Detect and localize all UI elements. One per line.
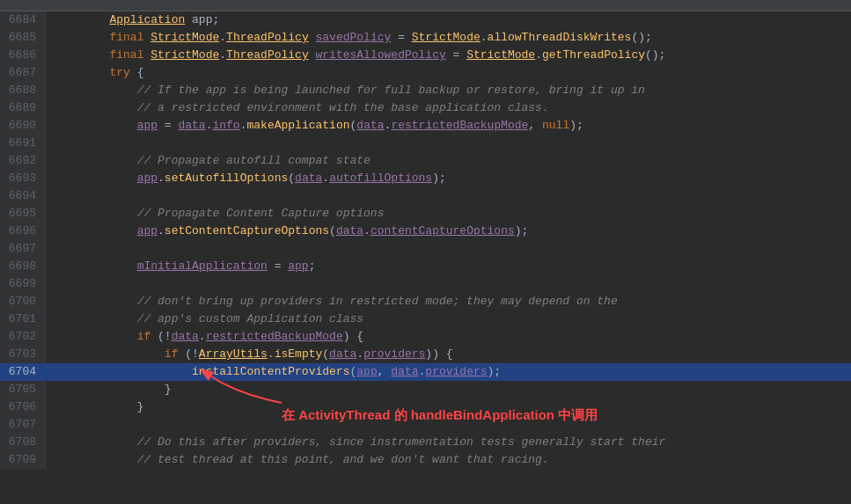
token: data xyxy=(329,347,356,361)
code-line: 6698 mInitialApplication = app; xyxy=(0,258,851,275)
line-content xyxy=(46,187,851,205)
token: (); xyxy=(631,31,651,44)
token: = xyxy=(391,31,411,44)
token: ) { xyxy=(343,330,363,343)
line-number: 6702 xyxy=(0,328,46,346)
line-content xyxy=(46,135,851,152)
token xyxy=(55,207,137,220)
token: final xyxy=(109,48,143,62)
code-line: 6708 // Do this after providers, since i… xyxy=(0,434,851,451)
line-content: mInitialApplication = app; xyxy=(46,258,851,275)
token: installContentProviders xyxy=(192,365,349,378)
line-number: 6706 xyxy=(0,398,46,416)
line-content: app.setContentCaptureOptions(data.conten… xyxy=(46,223,851,240)
code-container: 6684 Application app;6685 final StrictMo… xyxy=(0,11,851,489)
line-number: 6689 xyxy=(0,99,46,117)
code-line: 6689 // a restricted environment with th… xyxy=(0,99,851,117)
token: . xyxy=(240,119,247,132)
line-number: 6690 xyxy=(0,117,46,135)
line-content: // don't bring up providers in restricte… xyxy=(46,293,851,310)
code-line: 6704 installContentProviders(app, data.p… xyxy=(0,363,851,381)
token xyxy=(55,154,137,167)
token xyxy=(55,172,137,185)
token: app xyxy=(288,259,308,273)
line-content: app.setAutofillOptions(data.autofillOpti… xyxy=(46,170,851,187)
token: . xyxy=(322,172,329,185)
token: . xyxy=(219,48,226,62)
line-number: 6700 xyxy=(0,293,46,310)
line-number: 6695 xyxy=(0,205,46,223)
line-number: 6694 xyxy=(0,187,46,205)
code-line: 6703 if (!ArrayUtils.isEmpty(data.provid… xyxy=(0,346,851,363)
token: ( xyxy=(322,347,329,361)
token xyxy=(55,365,192,378)
line-number: 6708 xyxy=(0,434,46,451)
token: . xyxy=(481,31,488,44)
line-content: try { xyxy=(46,64,851,82)
code-line: 6691 xyxy=(0,135,851,152)
token: , xyxy=(528,119,542,132)
token: try xyxy=(109,66,129,79)
code-line: 6705 } xyxy=(0,381,851,398)
token xyxy=(55,13,109,26)
line-number: 6692 xyxy=(0,152,46,170)
token: ( xyxy=(329,224,336,237)
code-line: 6701 // app's custom Application class xyxy=(0,310,851,328)
token: ); xyxy=(488,365,502,378)
token: = xyxy=(268,259,288,273)
line-content xyxy=(46,240,851,258)
token: savedPolicy xyxy=(316,31,392,44)
line-content: if (!ArrayUtils.isEmpty(data.providers))… xyxy=(46,346,851,363)
token: info xyxy=(212,119,239,132)
code-line: 6684 Application app; xyxy=(0,11,851,29)
token: ( xyxy=(288,172,295,185)
token: ); xyxy=(515,224,529,237)
token: // don't bring up providers in restricte… xyxy=(137,295,618,308)
token: data xyxy=(391,365,418,378)
line-number: 6704 xyxy=(0,363,46,381)
token: app xyxy=(137,172,158,185)
token: } xyxy=(55,383,172,396)
line-content: // Propagate Content Capture options xyxy=(46,205,851,223)
token xyxy=(309,31,316,44)
token: = xyxy=(158,119,178,132)
line-number: 6699 xyxy=(0,275,46,293)
code-line: 6700 // don't bring up providers in rest… xyxy=(0,293,851,310)
token: . xyxy=(535,48,542,62)
token: { xyxy=(130,66,144,79)
token: ); xyxy=(569,119,583,132)
token: // test thread at this point, and we don… xyxy=(137,453,549,466)
code-line: 6702 if (!data.restrictedBackupMode) { xyxy=(0,328,851,346)
token: ThreadPolicy xyxy=(226,31,309,44)
token xyxy=(55,224,137,237)
token: )) { xyxy=(425,347,452,361)
line-number: 6685 xyxy=(0,29,46,47)
token xyxy=(55,66,109,79)
line-content: // a restricted environment with the bas… xyxy=(46,99,851,117)
token: (! xyxy=(178,347,198,361)
token: ; xyxy=(309,259,316,273)
line-number: 6703 xyxy=(0,346,46,363)
line-number: 6687 xyxy=(0,64,46,82)
token: . xyxy=(363,224,370,237)
code-line: 6696 app.setContentCaptureOptions(data.c… xyxy=(0,223,851,240)
token: makeApplication xyxy=(247,119,350,132)
line-number: 6698 xyxy=(0,258,46,275)
token: app xyxy=(356,365,377,378)
line-content: app = data.info.makeApplication(data.res… xyxy=(46,117,851,135)
token: contentCaptureOptions xyxy=(370,224,515,237)
code-line: 6694 xyxy=(0,187,851,205)
token: data xyxy=(356,119,384,132)
line-number: 6705 xyxy=(0,381,46,398)
line-number: 6696 xyxy=(0,223,46,240)
code-line: 6709 // test thread at this point, and w… xyxy=(0,451,851,469)
token: setContentCaptureOptions xyxy=(165,224,329,237)
code-line: 6695 // Propagate Content Capture option… xyxy=(0,205,851,223)
token xyxy=(55,295,137,308)
token: . xyxy=(268,347,275,361)
token xyxy=(55,330,137,343)
line-content: installContentProviders(app, data.provid… xyxy=(46,363,851,381)
line-content xyxy=(46,275,851,293)
token: } xyxy=(55,400,143,413)
token: StrictMode xyxy=(466,48,535,62)
